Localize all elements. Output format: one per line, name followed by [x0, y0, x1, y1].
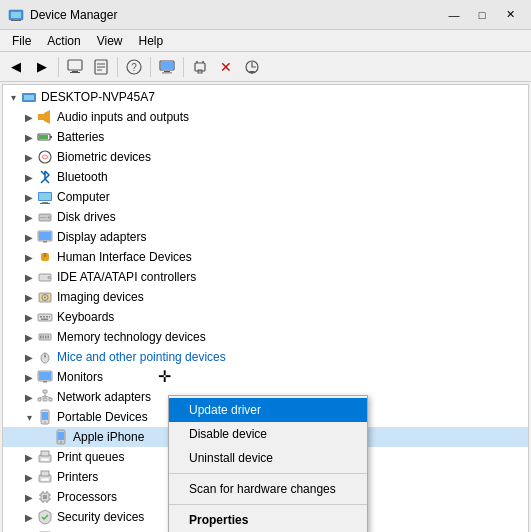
svg-rect-82	[41, 478, 49, 481]
context-properties[interactable]: Properties	[169, 508, 367, 532]
separator-3	[150, 57, 151, 77]
root-icon	[21, 89, 37, 105]
tree-item-keyboards[interactable]: ▶ Keyboards	[3, 307, 528, 327]
svg-point-29	[39, 151, 51, 163]
svg-marker-25	[44, 110, 50, 124]
svg-rect-63	[43, 381, 47, 383]
title-bar: Device Manager — □ ✕	[0, 0, 531, 30]
minimize-button[interactable]: —	[441, 5, 467, 25]
processors-label: Processors	[57, 490, 117, 504]
svg-rect-50	[46, 316, 48, 318]
network-expand: ▶	[21, 389, 37, 405]
display-expand: ▶	[21, 229, 37, 245]
svg-rect-52	[41, 319, 48, 321]
printq-expand: ▶	[21, 449, 37, 465]
tree-item-bluetooth[interactable]: ▶ Bluetooth	[3, 167, 528, 187]
properties-toolbar-btn[interactable]	[89, 55, 113, 79]
security-label: Security devices	[57, 510, 144, 524]
context-scan-hardware[interactable]: Scan for hardware changes	[169, 477, 367, 501]
audio-label: Audio inputs and outputs	[57, 110, 189, 124]
tree-item-monitors[interactable]: ▶ Monitors ✛	[3, 367, 528, 387]
context-separator-2	[169, 504, 367, 505]
context-update-driver[interactable]: Update driver	[169, 398, 367, 422]
update-btn[interactable]	[240, 55, 264, 79]
svg-rect-66	[49, 398, 52, 401]
memory-label: Memory technology devices	[57, 330, 206, 344]
context-disable-device[interactable]: Disable device	[169, 422, 367, 446]
svg-rect-75	[58, 432, 64, 440]
tree-item-hid[interactable]: ▶ Human Interface Devices	[3, 247, 528, 267]
batteries-label: Batteries	[57, 130, 104, 144]
svg-rect-28	[39, 135, 48, 139]
monitors-expand: ▶	[21, 369, 37, 385]
menu-action[interactable]: Action	[39, 30, 88, 51]
svg-rect-55	[43, 336, 45, 339]
tree-item-audio[interactable]: ▶ Audio inputs and outputs	[3, 107, 528, 127]
move-cursor: ✛	[158, 367, 171, 386]
imaging-expand: ▶	[21, 289, 37, 305]
svg-rect-6	[70, 72, 80, 73]
memory-icon	[37, 329, 53, 345]
title-bar-text: Device Manager	[30, 8, 441, 22]
tree-item-computer[interactable]: ▶ Computer	[3, 187, 528, 207]
context-separator-1	[169, 473, 367, 474]
separator-4	[183, 57, 184, 77]
monitor-btn[interactable]	[155, 55, 179, 79]
svg-text:?: ?	[131, 62, 137, 73]
svg-rect-84	[43, 495, 47, 499]
svg-rect-4	[68, 60, 82, 70]
tree-item-display[interactable]: ▶ Display adapters	[3, 227, 528, 247]
remove-btn[interactable]: ✕	[214, 55, 238, 79]
biometric-icon	[37, 149, 53, 165]
menu-bar: File Action View Help	[0, 30, 531, 52]
plugin-btn[interactable]	[188, 55, 212, 79]
svg-rect-67	[43, 398, 47, 401]
svg-rect-72	[42, 412, 48, 420]
menu-help[interactable]: Help	[131, 30, 172, 51]
tree-item-batteries[interactable]: ▶ Batteries	[3, 127, 528, 147]
context-uninstall-device[interactable]: Uninstall device	[169, 446, 367, 470]
svg-rect-27	[50, 136, 52, 138]
svg-rect-48	[40, 316, 42, 318]
hid-expand: ▶	[21, 249, 37, 265]
processors-expand: ▶	[21, 489, 37, 505]
close-button[interactable]: ✕	[497, 5, 523, 25]
tree-item-disk[interactable]: ▶ Disk drives	[3, 207, 528, 227]
svg-rect-15	[162, 72, 172, 73]
svg-point-73	[44, 421, 46, 423]
maximize-button[interactable]: □	[469, 5, 495, 25]
menu-view[interactable]: View	[89, 30, 131, 51]
display-icon	[37, 229, 53, 245]
biometric-expand: ▶	[21, 149, 37, 165]
svg-rect-38	[39, 232, 51, 240]
tree-item-memory[interactable]: ▶ Memory technology devices	[3, 327, 528, 347]
svg-point-43	[48, 276, 51, 279]
svg-rect-31	[39, 193, 51, 200]
audio-expand: ▶	[21, 109, 37, 125]
tree-root[interactable]: ▾ DESKTOP-NVP45A7	[3, 87, 528, 107]
tree-item-imaging[interactable]: ▶ Imaging devices	[3, 287, 528, 307]
svg-rect-14	[164, 71, 170, 72]
svg-rect-39	[43, 241, 47, 243]
context-menu: Update driver Disable device Uninstall d…	[168, 395, 368, 532]
keyboards-icon	[37, 309, 53, 325]
mice-expand: ▶	[21, 349, 37, 365]
tree-item-ide[interactable]: ▶ IDE ATA/ATAPI controllers	[3, 267, 528, 287]
security-icon	[37, 509, 53, 525]
back-button[interactable]: ◀	[4, 55, 28, 79]
tree-item-biometric[interactable]: ▶ Biometric devices	[3, 147, 528, 167]
biometric-label: Biometric devices	[57, 150, 151, 164]
ide-icon	[37, 269, 53, 285]
app-icon	[8, 7, 24, 23]
forward-button[interactable]: ▶	[30, 55, 54, 79]
disk-expand: ▶	[21, 209, 37, 225]
svg-rect-56	[45, 336, 47, 339]
menu-file[interactable]: File	[4, 30, 39, 51]
computer-icon	[37, 189, 53, 205]
svg-rect-65	[38, 398, 41, 401]
help-toolbar-btn[interactable]: ?	[122, 55, 146, 79]
svg-rect-49	[43, 316, 45, 318]
computer-icon-btn[interactable]	[63, 55, 87, 79]
tree-item-mice[interactable]: ▶ Mice and other pointing devices	[3, 347, 528, 367]
security-expand: ▶	[21, 509, 37, 525]
